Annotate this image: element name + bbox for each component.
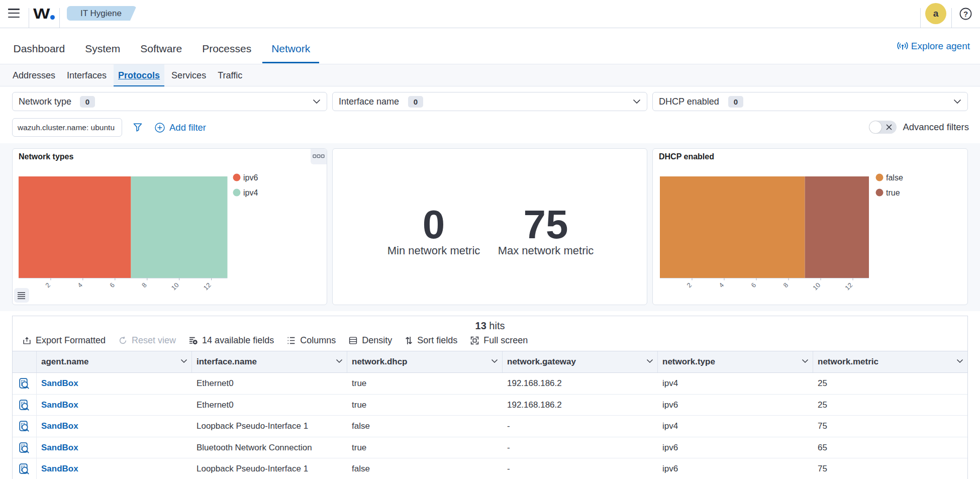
svg-text:ipv6: ipv6 [243, 173, 258, 182]
svg-text:ipv4: ipv4 [243, 188, 258, 197]
svg-text:4: 4 [76, 281, 84, 290]
svg-text:12: 12 [843, 281, 854, 292]
svg-text:12: 12 [202, 281, 213, 292]
svg-text:true: true [886, 188, 900, 197]
svg-text:10: 10 [170, 281, 180, 292]
svg-text:6: 6 [749, 281, 757, 290]
svg-text:2: 2 [685, 281, 693, 290]
svg-text:8: 8 [781, 281, 790, 290]
svg-text:2: 2 [44, 281, 52, 290]
svg-text:?: ? [963, 10, 968, 18]
svg-text:10: 10 [811, 281, 822, 292]
svg-text:4: 4 [717, 281, 725, 290]
svg-text:8: 8 [140, 281, 148, 290]
svg-text:false: false [886, 173, 903, 182]
svg-text:6: 6 [108, 281, 116, 290]
